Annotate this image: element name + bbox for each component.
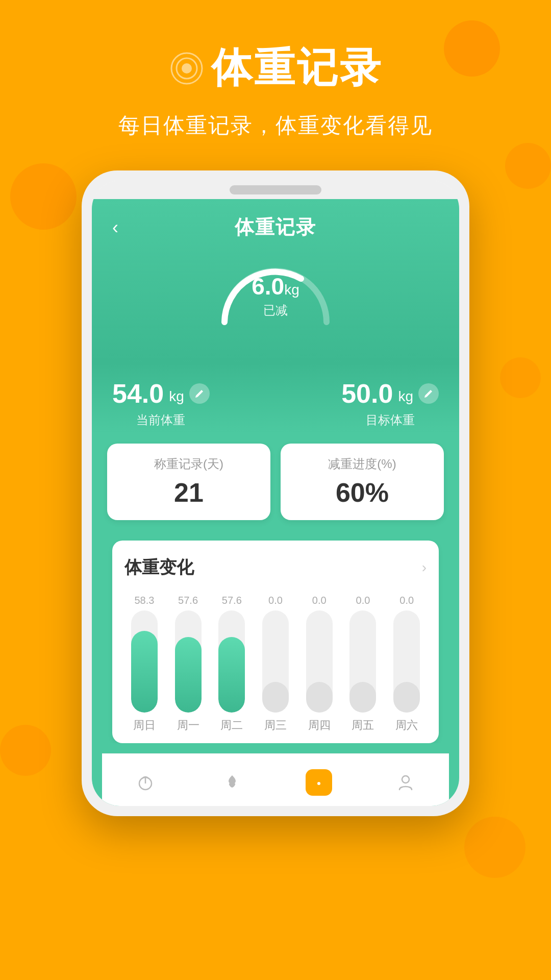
chart-bar-wrapper-1 xyxy=(175,610,202,713)
gauge-center: 6.0kg 已减 xyxy=(252,273,299,318)
header-nav: ‹ 体重记录 xyxy=(112,214,439,240)
chart-val-4: 0.0 xyxy=(312,595,327,606)
chart-val-6: 0.0 xyxy=(399,595,414,606)
chart-bar-wrapper-3 xyxy=(262,610,289,713)
chart-bar-wrapper-2 xyxy=(218,610,245,713)
phone-inner: ‹ 体重记录 6.0kg xyxy=(92,181,459,806)
target-weight-item: 50.0 kg 目标体重 xyxy=(341,378,439,428)
weight-stats: 54.0 kg 当前体重 50.0 xyxy=(92,363,459,433)
deco-circle-2 xyxy=(10,163,77,230)
cards-row: 称重记录(天) 21 减重进度(%) 60% xyxy=(92,433,459,520)
chart-section: 体重变化 › 58.3周日57.6周一57.6周二0.0周三0.0周四0.0周五… xyxy=(112,541,439,743)
edit-icon-2 xyxy=(423,388,434,399)
spiral-icon xyxy=(168,50,205,87)
chart-bar-wrapper-6 xyxy=(393,610,420,713)
target-weight-edit[interactable] xyxy=(418,383,439,404)
chart-day-0: 周日 xyxy=(133,718,156,733)
bottom-nav xyxy=(102,753,449,806)
current-weight-edit[interactable] xyxy=(189,383,210,404)
nav-item-user[interactable] xyxy=(382,764,429,801)
chart-val-3: 0.0 xyxy=(268,595,283,606)
chart-bar-fill-6 xyxy=(393,682,420,713)
current-weight-row: 54.0 kg xyxy=(112,378,210,409)
top-area: 体重记录 每日体重记录，体重变化看得见 xyxy=(0,0,551,140)
chart-val-2: 57.6 xyxy=(222,595,242,606)
target-weight-row: 50.0 kg xyxy=(341,378,439,409)
chart-bar-fill-1 xyxy=(175,637,202,713)
chart-day-6: 周六 xyxy=(395,718,418,733)
svg-point-11 xyxy=(402,776,409,783)
chart-day-5: 周五 xyxy=(352,718,374,733)
chart-day-4: 周四 xyxy=(308,718,331,733)
deco-circle-4 xyxy=(0,725,51,776)
nav-item-fire[interactable] xyxy=(209,764,256,801)
gauge-container: 6.0kg 已减 xyxy=(112,251,439,332)
app-subtitle: 每日体重记录，体重变化看得见 xyxy=(0,111,551,140)
chart-bar-fill-0 xyxy=(131,631,158,713)
deco-circle-3 xyxy=(505,143,551,189)
chart-col-周六: 0.0周六 xyxy=(387,595,427,733)
progress-card: 减重进度(%) 60% xyxy=(281,444,444,520)
chart-day-3: 周三 xyxy=(264,718,287,733)
chart-val-5: 0.0 xyxy=(356,595,370,606)
progress-label: 减重进度(%) xyxy=(328,456,396,472)
chart-val-1: 57.6 xyxy=(178,595,198,606)
chart-bar-fill-5 xyxy=(349,682,376,713)
record-days-label: 称重记录(天) xyxy=(154,456,223,472)
chart-header: 体重变化 › xyxy=(124,556,427,579)
back-button[interactable]: ‹ xyxy=(112,217,118,238)
svg-point-7 xyxy=(317,782,320,785)
svg-line-9 xyxy=(314,778,319,780)
svg-line-10 xyxy=(319,778,324,780)
nav-icon-scale xyxy=(306,769,332,796)
phone-frame: ‹ 体重记录 6.0kg xyxy=(82,170,469,816)
record-days-card: 称重记录(天) 21 xyxy=(107,444,270,520)
deco-circle-5 xyxy=(500,357,541,398)
chart-bar-fill-3 xyxy=(262,682,289,713)
chart-bar-fill-4 xyxy=(306,682,333,713)
chart-col-周二: 57.6周二 xyxy=(212,595,252,733)
progress-value: 60% xyxy=(336,477,389,508)
nav-icon-food xyxy=(132,769,159,796)
current-weight-value: 54.0 xyxy=(112,378,164,409)
target-weight-label: 目标体重 xyxy=(366,412,415,428)
current-weight-label: 当前体重 xyxy=(136,412,185,428)
chart-bar-wrapper-5 xyxy=(349,610,376,713)
chart-more-button[interactable]: › xyxy=(422,559,427,576)
chart-col-周日: 58.3周日 xyxy=(124,595,164,733)
gauge-label: 已减 xyxy=(252,302,299,318)
target-weight-value: 50.0 xyxy=(341,378,393,409)
nav-icon-fire xyxy=(219,769,245,796)
phone-notch xyxy=(92,181,459,199)
chart-col-周一: 57.6周一 xyxy=(168,595,208,733)
app-header: ‹ 体重记录 6.0kg xyxy=(92,199,459,363)
target-weight-unit: kg xyxy=(398,388,413,405)
chart-title: 体重变化 xyxy=(124,556,194,579)
gauge-svg: 6.0kg 已减 xyxy=(209,251,342,332)
phone-wrapper: ‹ 体重记录 6.0kg xyxy=(82,170,469,816)
current-weight-unit: kg xyxy=(169,388,184,405)
chart-day-2: 周二 xyxy=(220,718,243,733)
app-title-row: 体重记录 xyxy=(0,41,551,96)
chart-val-0: 58.3 xyxy=(134,595,154,606)
chart-day-1: 周一 xyxy=(177,718,199,733)
svg-point-2 xyxy=(182,63,192,74)
header-title: 体重记录 xyxy=(235,214,316,240)
nav-item-scale[interactable] xyxy=(295,764,342,801)
record-days-value: 21 xyxy=(174,477,204,508)
chart-body: 58.3周日57.6周一57.6周二0.0周三0.0周四0.0周五0.0周六 xyxy=(124,595,427,733)
chart-col-周五: 0.0周五 xyxy=(343,595,383,733)
chart-bar-wrapper-4 xyxy=(306,610,333,713)
chart-bar-fill-2 xyxy=(218,637,245,713)
chart-bar-wrapper-0 xyxy=(131,610,158,713)
notch-bar xyxy=(230,185,321,194)
app-title: 体重记录 xyxy=(211,41,383,96)
current-weight-item: 54.0 kg 当前体重 xyxy=(112,378,210,428)
nav-item-food[interactable] xyxy=(122,764,169,801)
nav-icon-user xyxy=(392,769,419,796)
edit-icon xyxy=(194,388,205,399)
gauge-value: 6.0kg xyxy=(252,273,299,300)
chart-col-周四: 0.0周四 xyxy=(299,595,339,733)
chart-col-周三: 0.0周三 xyxy=(256,595,295,733)
deco-circle-6 xyxy=(464,817,525,878)
